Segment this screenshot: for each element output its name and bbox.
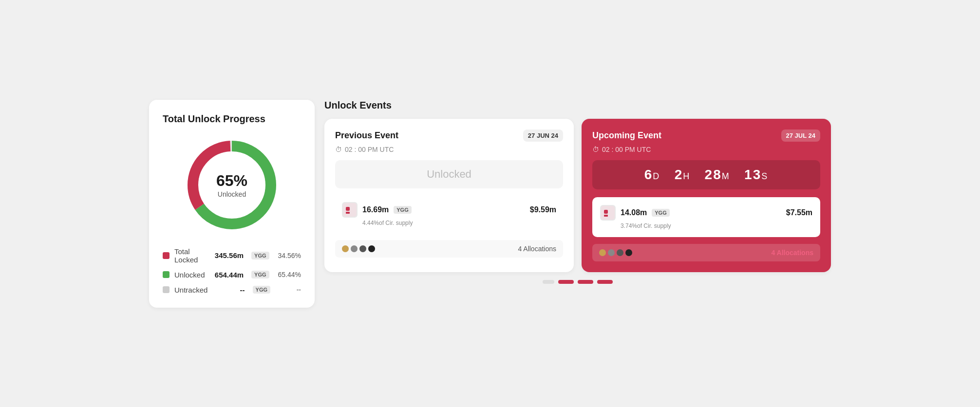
events-container: Previous Event 27 JUN 24 ⏱ 02 : 00 PM UT… [324,119,831,272]
untracked-pct: -- [279,286,301,294]
upcoming-allocations-row[interactable]: 4 Allocations [592,244,820,261]
donut-label: Unlocked [218,190,246,198]
prev-token-badge: YGG [394,206,411,214]
page-dot-3[interactable] [578,280,593,284]
svg-rect-5 [346,212,350,214]
prev-event-time: ⏱ 02 : 00 PM UTC [335,146,563,153]
upcoming-event-card: Upcoming Event 27 JUL 24 ⏱ 02 : 00 PM UT… [582,119,831,272]
locked-badge: YGG [251,252,269,259]
prev-token-amount: 16.69m [362,205,389,214]
page-dot-1[interactable] [543,280,554,284]
countdown-days: 6D [644,167,660,182]
unlocked-dot [163,271,170,278]
locked-pct: 34.56% [278,252,301,259]
upcoming-time-text: 02 : 00 PM UTC [602,146,651,153]
udot-4 [625,249,632,256]
pagination [324,280,831,284]
prev-allocations-label: 4 Allocations [518,245,556,253]
events-section: Unlock Events Previous Event 27 JUN 24 ⏱… [324,100,831,308]
untracked-value: -- [240,286,245,294]
unlocked-name: Unlocked [174,271,210,279]
upcoming-token-supply: 3.74%of Cir. supply [621,222,812,229]
locked-name: Total Locked [174,247,210,264]
prev-allocation-dots [342,245,375,252]
events-title: Unlock Events [324,100,831,111]
prev-token-icon [342,202,358,218]
clock-icon-prev: ⏱ [335,146,342,153]
ygg-icon-upcoming [601,206,615,220]
clock-icon-upcoming: ⏱ [592,146,599,153]
prev-token-usd: $9.59m [530,205,556,214]
main-container: Total Unlock Progress 65% Unlocked [149,100,831,308]
untracked-dot [163,286,170,293]
unlocked-pct: 65.44% [278,271,301,278]
prev-token-info: 16.69m YGG $9.59m 4.44%of Cir. supply [335,195,563,233]
prev-allocations-row[interactable]: 4 Allocations [335,240,563,258]
legend-item-locked: Total Locked 345.56m YGG 34.56% [163,247,301,264]
unlocked-value: 654.44m [215,271,244,279]
upcoming-token-amount: 14.08m [621,208,647,217]
udot-1 [599,249,606,256]
donut-center: 65% Unlocked [216,171,247,198]
udot-2 [608,249,615,256]
upcoming-event-time: ⏱ 02 : 00 PM UTC [592,146,820,153]
upcoming-token-badge: YGG [652,209,669,217]
udot-3 [617,249,623,256]
prev-event-name: Previous Event [335,130,398,141]
dot-4 [368,245,375,252]
upcoming-event-header: Upcoming Event 27 JUL 24 [592,130,820,142]
legend-item-unlocked: Unlocked 654.44m YGG 65.44% [163,271,301,279]
upcoming-token-row-top: 14.08m YGG $7.55m [600,205,812,221]
previous-event-card: Previous Event 27 JUN 24 ⏱ 02 : 00 PM UT… [324,119,574,272]
untracked-badge: YGG [253,286,270,294]
countdown-minutes: 28M [705,167,730,182]
left-card-title: Total Unlock Progress [163,113,301,125]
dot-3 [359,245,366,252]
legend-item-untracked: Untracked -- YGG -- [163,286,301,294]
upcoming-token-info: 14.08m YGG $7.55m 3.74%of Cir. supply [592,197,820,237]
countdown-seconds: 13S [744,167,768,182]
upcoming-allocations-label: 4 Allocations [771,249,813,257]
countdown-hours: 2H [675,167,691,182]
upcoming-token-usd: $7.55m [786,208,812,217]
donut-container: 65% Unlocked [163,136,301,234]
locked-dot [163,252,170,259]
prev-token-left: 16.69m YGG [342,202,412,218]
countdown-text: 6D 2H 28M 13S [644,167,769,182]
upcoming-event-date: 27 JUL 24 [781,130,820,142]
upcoming-token-icon [600,205,616,221]
prev-status-box: Unlocked [335,160,563,188]
page-dot-4[interactable] [597,280,613,284]
prev-token-row-top: 16.69m YGG $9.59m [342,202,556,218]
dot-2 [351,245,358,252]
prev-status-text: Unlocked [427,168,471,180]
untracked-name: Untracked [174,286,235,294]
countdown-box: 6D 2H 28M 13S [592,160,820,189]
upcoming-allocation-dots [599,249,632,256]
prev-event-header: Previous Event 27 JUN 24 [335,130,563,142]
legend: Total Locked 345.56m YGG 34.56% Unlocked… [163,247,301,294]
unlocked-badge: YGG [251,271,269,278]
page-dot-2[interactable] [558,280,574,284]
prev-time-text: 02 : 00 PM UTC [345,146,394,153]
upcoming-token-left: 14.08m YGG [600,205,670,221]
donut-chart: 65% Unlocked [183,136,281,234]
upcoming-event-name: Upcoming Event [592,130,661,141]
prev-token-supply: 4.44%of Cir. supply [362,220,556,226]
prev-event-date: 27 JUN 24 [523,130,563,142]
dot-1 [342,245,349,252]
unlock-progress-card: Total Unlock Progress 65% Unlocked [149,100,315,308]
ygg-icon-prev [343,203,357,217]
donut-percent: 65% [216,171,247,189]
svg-rect-7 [604,210,608,214]
locked-value: 345.56m [215,251,244,259]
svg-rect-4 [346,207,350,211]
svg-rect-8 [604,215,608,217]
